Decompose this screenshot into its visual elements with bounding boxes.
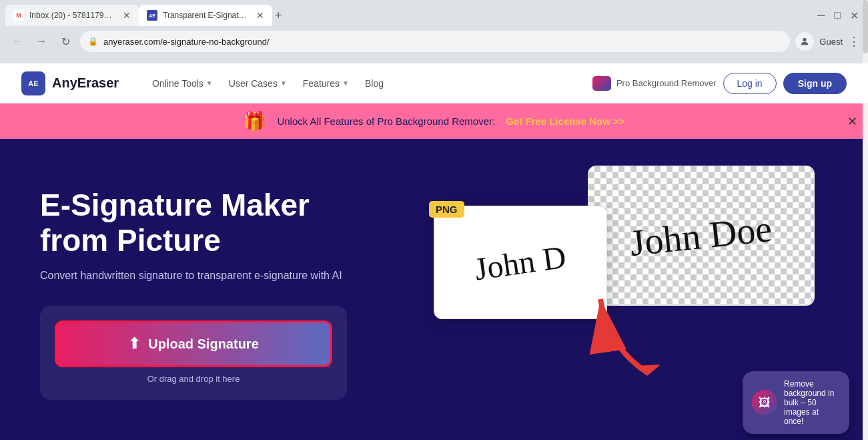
navbar: AE AnyEraser Online Tools ▼ User Cases ▼… bbox=[0, 63, 868, 103]
logo-link[interactable]: AE AnyEraser bbox=[21, 71, 119, 95]
banner-cta-link[interactable]: Get Free License Now >> bbox=[506, 116, 624, 127]
hero-title: E-Signature Maker from Picture bbox=[40, 188, 374, 258]
profile-button[interactable] bbox=[795, 32, 814, 51]
refresh-button[interactable]: ↻ bbox=[56, 32, 75, 51]
nav-blog[interactable]: Blog bbox=[358, 74, 390, 93]
nav-user-cases[interactable]: User Cases ▼ bbox=[222, 74, 294, 93]
gift-icon: 🎁 bbox=[243, 110, 266, 132]
bulk-icon: 🖼 bbox=[752, 390, 777, 415]
sig-card-front: John D bbox=[434, 206, 607, 319]
brand-name: AnyEraser bbox=[52, 75, 119, 91]
ae-favicon bbox=[147, 10, 157, 21]
gmail-favicon bbox=[13, 10, 24, 21]
back-button[interactable]: ← bbox=[8, 32, 27, 51]
signup-button[interactable]: Sign up bbox=[783, 73, 847, 94]
nav-features[interactable]: Features ▼ bbox=[296, 74, 356, 93]
logo-icon: AE bbox=[21, 71, 45, 95]
upload-signature-button[interactable]: ⬆ Upload Signature bbox=[56, 322, 331, 366]
banner-main-text: Unlock All Features of Pro Background Re… bbox=[277, 116, 495, 127]
pro-remover-icon bbox=[592, 76, 611, 91]
chevron-down-icon: ▼ bbox=[280, 79, 287, 87]
gmail-tab-title: Inbox (20) - 578117992wtt@ bbox=[29, 11, 115, 20]
png-badge: PNG bbox=[429, 201, 464, 218]
sig-text-white-card: John D bbox=[472, 238, 568, 287]
close-button[interactable]: ✕ bbox=[846, 9, 863, 22]
hero-left: E-Signature Maker from Picture Convert h… bbox=[0, 139, 374, 440]
nav-actions: Pro Background Remover Log in Sign up bbox=[592, 73, 847, 94]
hero-right: John Doe John D PNG 🖼 Remove background … bbox=[374, 139, 868, 440]
minimize-button[interactable]: ─ bbox=[813, 9, 829, 22]
anyeraser-tab[interactable]: Transparent E-Signature Mak ✕ bbox=[139, 5, 272, 26]
svg-marker-2 bbox=[634, 365, 661, 376]
promo-banner: 🎁 Unlock All Features of Pro Background … bbox=[0, 103, 868, 139]
anyeraser-tab-close[interactable]: ✕ bbox=[256, 10, 264, 21]
profile-label: Guest bbox=[819, 37, 843, 47]
bulk-badge: 🖼 Remove background in bulk – 50 images … bbox=[743, 371, 849, 434]
svg-point-0 bbox=[803, 38, 807, 41]
address-bar[interactable]: 🔒 anyeraser.com/e-signature-no-backgroun… bbox=[80, 31, 790, 52]
browser-menu-button[interactable]: ⋮ bbox=[848, 34, 860, 49]
red-arrow bbox=[587, 292, 667, 382]
nav-online-tools[interactable]: Online Tools ▼ bbox=[145, 74, 220, 93]
upload-box: ⬆ Upload Signature Or drag and drop it h… bbox=[40, 306, 347, 400]
bulk-text: Remove background in bulk – 50 images at… bbox=[784, 379, 840, 426]
hero-section: E-Signature Maker from Picture Convert h… bbox=[0, 139, 868, 440]
chevron-down-icon: ▼ bbox=[206, 79, 213, 87]
pro-bg-remover-link[interactable]: Pro Background Remover bbox=[592, 76, 717, 91]
maximize-button[interactable]: □ bbox=[830, 9, 845, 22]
upload-hint: Or drag and drop it here bbox=[56, 374, 331, 384]
forward-button[interactable]: → bbox=[32, 32, 51, 51]
upload-icon: ⬆ bbox=[128, 335, 140, 353]
url-text: anyeraser.com/e-signature-no-background/ bbox=[103, 37, 782, 47]
scrollbar-thumb[interactable] bbox=[863, 0, 868, 53]
gmail-tab[interactable]: Inbox (20) - 578117992wtt@ ✕ bbox=[5, 5, 139, 26]
anyeraser-tab-title: Transparent E-Signature Mak bbox=[163, 11, 248, 20]
nav-links: Online Tools ▼ User Cases ▼ Features ▼ B… bbox=[145, 74, 390, 93]
new-tab-button[interactable]: + bbox=[275, 9, 282, 23]
sig-card-background: John Doe bbox=[588, 166, 815, 306]
lock-icon: 🔒 bbox=[88, 37, 98, 46]
login-button[interactable]: Log in bbox=[723, 73, 777, 94]
banner-close-button[interactable]: ✕ bbox=[847, 114, 857, 129]
gmail-tab-close[interactable]: ✕ bbox=[123, 10, 131, 21]
chevron-down-icon: ▼ bbox=[342, 79, 349, 87]
hero-subtitle: Convert handwritten signature to transpa… bbox=[40, 270, 374, 282]
sig-text-transparent: John Doe bbox=[628, 207, 775, 264]
